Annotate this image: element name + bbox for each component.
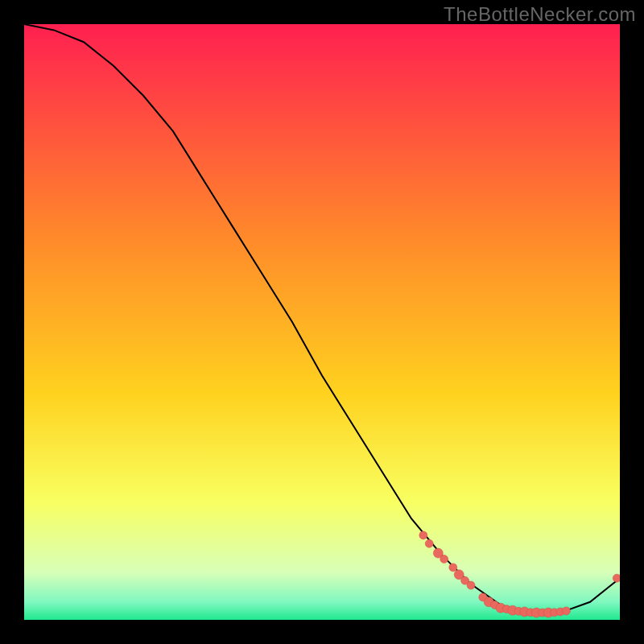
data-point <box>449 564 457 572</box>
gradient-bg <box>24 24 620 620</box>
data-point <box>562 607 570 615</box>
chart-svg <box>24 24 620 620</box>
data-point <box>440 555 448 564</box>
data-point <box>467 581 475 589</box>
data-point <box>613 574 620 582</box>
plot-area <box>24 24 620 620</box>
data-point <box>425 539 433 547</box>
chart-stage: TheBottleNecker.com <box>0 0 644 644</box>
watermark-text: TheBottleNecker.com <box>444 3 636 26</box>
data-point <box>419 531 427 539</box>
